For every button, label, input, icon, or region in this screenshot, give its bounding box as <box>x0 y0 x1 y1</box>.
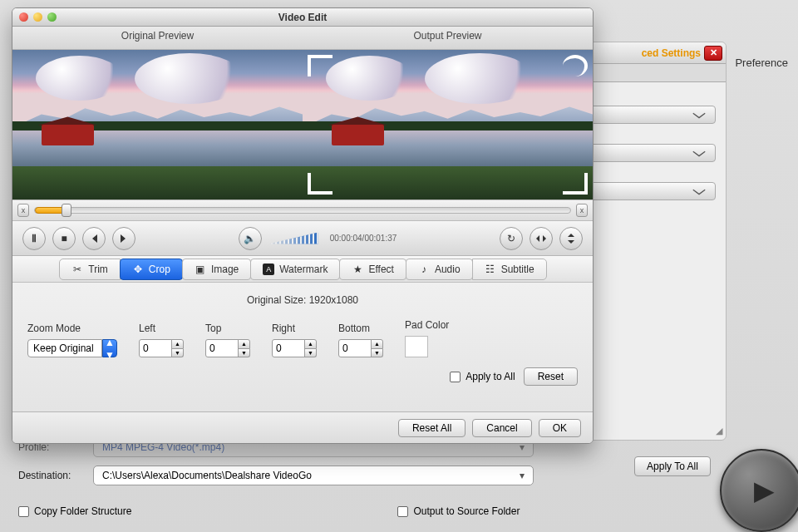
ok-button[interactable]: OK <box>539 419 581 437</box>
resize-grip-icon[interactable]: ◢ <box>716 426 722 436</box>
trim-start-handle[interactable]: x <box>17 204 29 217</box>
rotate-button[interactable]: ↻ <box>500 227 523 250</box>
watermark-icon: A <box>263 264 274 275</box>
stepper-down-icon[interactable]: ▼ <box>171 349 184 358</box>
reset-all-button[interactable]: Reset All <box>398 419 466 437</box>
subtitle-icon: ☷ <box>485 264 496 275</box>
zoom-mode-select[interactable]: Keep Original ▲▼ <box>27 339 117 357</box>
output-source-checkbox[interactable]: Output to Source Folder <box>397 505 520 517</box>
image-icon: ▣ <box>195 264 206 275</box>
stepper-up-icon[interactable]: ▲ <box>171 339 184 349</box>
copy-folder-label: Copy Folder Structure <box>34 505 131 517</box>
cancel-button[interactable]: Cancel <box>472 419 531 437</box>
tab-image[interactable]: ▣Image <box>182 259 251 280</box>
tab-subtitle[interactable]: ☷Subtitle <box>472 259 547 280</box>
stop-button[interactable]: ■ <box>52 227 76 250</box>
pad-color-label: Pad Color <box>405 319 449 331</box>
output-source-label: Output to Source Folder <box>413 505 520 517</box>
scissors-icon: ✂ <box>71 264 83 275</box>
destination-label: Destination: <box>18 470 86 481</box>
tab-effect[interactable]: ★Effect <box>339 259 406 280</box>
flip-vertical-button[interactable] <box>559 227 583 250</box>
stepper-down-icon[interactable]: ▼ <box>304 349 317 358</box>
stepper-up-icon[interactable]: ▲ <box>304 339 317 349</box>
tab-crop[interactable]: ✥Crop <box>120 259 183 280</box>
stepper-down-icon[interactable]: ▼ <box>371 349 383 358</box>
apply-to-all-label: Apply to All <box>466 371 515 382</box>
music-note-icon: ♪ <box>418 264 430 275</box>
crop-bottom-label: Bottom <box>338 323 383 334</box>
copy-folder-checkbox[interactable]: Copy Folder Structure <box>18 505 131 517</box>
output-preview-label: Output Preview <box>303 27 593 50</box>
dialog-title: Video Edit <box>12 12 593 23</box>
output-preview[interactable] <box>303 50 593 200</box>
stepper-up-icon[interactable]: ▲ <box>371 339 383 349</box>
video-edit-dialog: Video Edit Original Preview Output Previ… <box>12 7 594 444</box>
edit-tabs: ✂Trim ✥Crop ▣Image AWatermark ★Effect ♪A… <box>12 256 593 283</box>
destination-select[interactable]: C:\Users\Alexa\Documents\Dealshare Video… <box>93 466 534 485</box>
crop-top-label: Top <box>205 323 250 334</box>
chevron-down-icon: ▾ <box>520 470 525 481</box>
star-icon: ★ <box>352 264 363 275</box>
crop-top-input[interactable] <box>205 339 239 357</box>
tab-watermark[interactable]: AWatermark <box>250 259 340 280</box>
set-start-button[interactable] <box>82 227 106 250</box>
crop-icon: ✥ <box>132 264 144 275</box>
original-size-label: Original Size: 1920x1080 <box>27 294 578 306</box>
pad-color-swatch[interactable] <box>405 336 428 357</box>
titlebar[interactable]: Video Edit <box>12 8 593 27</box>
timeline-scrubber[interactable]: x x <box>12 200 593 221</box>
crop-left-label: Left <box>139 323 184 334</box>
stepper-down-icon[interactable]: ▼ <box>238 349 250 358</box>
close-icon[interactable]: ✕ <box>704 46 722 61</box>
playback-time: 00:00:04/00:01:37 <box>330 234 397 243</box>
zoom-mode-label: Zoom Mode <box>27 323 117 334</box>
crop-right-input[interactable] <box>272 339 305 357</box>
timeline-track[interactable] <box>34 207 571 214</box>
speaker-icon: 🔈 <box>244 233 256 244</box>
trim-end-handle[interactable]: x <box>576 204 588 217</box>
select-arrows-icon: ▲▼ <box>102 339 117 357</box>
crop-bottom-input[interactable] <box>338 339 372 357</box>
original-preview <box>12 50 303 200</box>
preference-link[interactable]: Preference <box>735 57 788 69</box>
zoom-mode-value: Keep Original <box>27 339 102 357</box>
stepper-up-icon[interactable]: ▲ <box>238 339 250 349</box>
flip-horizontal-button[interactable] <box>530 227 553 250</box>
volume-slider[interactable] <box>268 233 318 244</box>
destination-path: C:\Users\Alexa\Documents\Dealshare Video… <box>102 470 312 481</box>
tab-audio[interactable]: ♪Audio <box>406 259 473 280</box>
pause-button[interactable]: Ⅱ <box>22 227 46 250</box>
mute-button[interactable]: 🔈 <box>239 227 262 250</box>
reset-button[interactable]: Reset <box>524 367 578 386</box>
original-preview-label: Original Preview <box>12 27 303 50</box>
set-end-button[interactable] <box>112 227 135 250</box>
crop-left-input[interactable] <box>139 339 172 357</box>
advanced-settings-title: ced Settings <box>642 47 701 59</box>
tab-trim[interactable]: ✂Trim <box>59 259 121 280</box>
crop-tab-content: Original Size: 1920x1080 Zoom Mode Keep … <box>12 283 593 411</box>
timeline-thumb[interactable] <box>62 204 71 217</box>
apply-to-all-checkbox[interactable]: Apply to All <box>450 371 515 382</box>
crop-right-label: Right <box>272 323 317 334</box>
